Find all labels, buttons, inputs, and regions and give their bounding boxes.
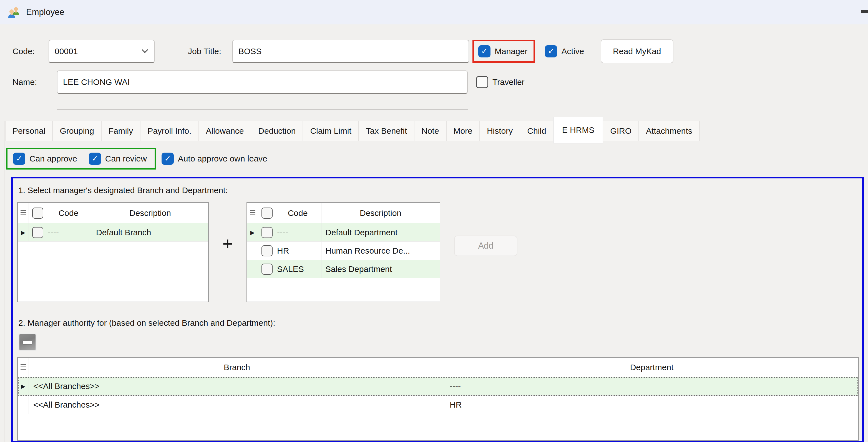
branch-code-header-cell[interactable]: ✓ Code <box>29 203 92 223</box>
active-label: Active <box>561 46 584 56</box>
authority-grid: Branch Department ▶ <<All Branches>> ---… <box>17 357 859 441</box>
tab-claim-limit[interactable]: Claim Limit <box>303 121 359 141</box>
current-row-indicator: ▶ <box>18 377 29 396</box>
branch-grid-header: ✓ Code Description <box>18 203 208 223</box>
branch-description-header[interactable]: Description <box>92 203 208 223</box>
check-icon: ✓ <box>92 155 98 163</box>
tab-child[interactable]: Child <box>520 121 554 141</box>
manager-checkbox[interactable]: ✓ <box>478 45 491 57</box>
can-approve-checkbox-group[interactable]: ✓ Can approve <box>13 153 77 165</box>
department-code-header-cell[interactable]: ✓ Code <box>258 203 321 223</box>
job-title-input[interactable] <box>232 40 469 63</box>
job-title-label: Job Title: <box>188 46 232 56</box>
department-row-checkbox[interactable]: ✓ <box>261 227 273 238</box>
can-review-label: Can review <box>105 154 147 163</box>
can-review-checkbox-group[interactable]: ✓ Can review <box>89 153 147 165</box>
department-row-checkbox[interactable]: ✓ <box>261 263 273 275</box>
code-dropdown-button[interactable] <box>136 41 154 61</box>
row-selector-header-cell[interactable] <box>18 203 29 223</box>
department-row-description: Default Department <box>321 223 440 242</box>
current-row-indicator: ▶ <box>18 223 29 242</box>
row-selector-header-cell[interactable] <box>247 203 258 223</box>
row-selector-header-cell[interactable] <box>18 358 29 377</box>
department-select-all-checkbox[interactable]: ✓ <box>261 208 273 219</box>
branch-code-header: Code <box>48 209 92 218</box>
department-grid-header: ✓ Code Description <box>247 203 440 223</box>
approval-annotation-green-box: ✓ Can approve ✓ Can review <box>6 148 156 169</box>
tab-note[interactable]: Note <box>414 121 446 141</box>
tab-family[interactable]: Family <box>101 121 141 141</box>
branch-select-all-checkbox[interactable]: ✓ <box>32 208 43 219</box>
auto-approve-checkbox[interactable]: ✓ <box>161 153 174 165</box>
tab-tax-benefit[interactable]: Tax Benefit <box>359 121 414 141</box>
auto-approve-checkbox-group[interactable]: ✓ Auto approve own leave <box>161 153 267 165</box>
manager-checkbox-group[interactable]: ✓ Manager <box>478 45 527 57</box>
manager-settings-panel-blue-box: 1. Select manager's designated Branch an… <box>11 177 864 442</box>
department-description-header[interactable]: Description <box>321 203 440 223</box>
tab-grouping[interactable]: Grouping <box>52 121 101 141</box>
current-row-arrow-icon: ▶ <box>21 230 25 235</box>
name-input[interactable] <box>57 70 468 94</box>
employee-people-icon <box>7 5 21 19</box>
branch-row-checkbox[interactable]: ✓ <box>32 227 43 238</box>
tab-personal[interactable]: Personal <box>5 121 53 141</box>
branch-grid: ✓ Code Description ▶ ✓ ---- Default Bran… <box>17 202 209 302</box>
department-grid: ✓ Code Description ▶ ✓ ---- Default Depa… <box>247 202 440 302</box>
authority-department-header[interactable]: Department <box>445 358 858 377</box>
branch-department-selection: ✓ Code Description ▶ ✓ ---- Default Bran… <box>17 202 860 302</box>
chevron-down-icon <box>142 46 148 53</box>
section2-title: 2. Manager authority for (based on selec… <box>18 318 860 328</box>
tab-e-hrms[interactable]: E HRMS <box>553 117 603 144</box>
department-grid-empty-area <box>247 278 440 302</box>
traveller-checkbox-group[interactable]: ✓ Traveller <box>476 76 525 88</box>
traveller-checkbox[interactable]: ✓ <box>476 76 488 88</box>
department-row-sales[interactable]: ✓ SALES Sales Department <box>247 260 440 278</box>
row-indicator <box>247 242 258 260</box>
authority-grid-header: Branch Department <box>18 358 858 377</box>
minimize-icon[interactable] <box>861 10 868 13</box>
form-row-name: Name: ✓ Traveller <box>12 70 868 94</box>
check-icon: ✓ <box>164 155 171 163</box>
tab-attachments[interactable]: Attachments <box>639 121 700 141</box>
add-button[interactable]: Add <box>454 235 518 256</box>
authority-row-branch: <<All Branches>> <box>29 377 445 396</box>
traveller-label: Traveller <box>492 77 525 87</box>
department-row-hr[interactable]: ✓ HR Human Resource De... <box>247 242 440 260</box>
tab-allowance[interactable]: Allowance <box>198 121 251 141</box>
authority-row-all-branches-default[interactable]: ▶ <<All Branches>> ---- <box>18 377 858 396</box>
department-row-description: Human Resource De... <box>321 242 440 260</box>
department-row-default[interactable]: ▶ ✓ ---- Default Department <box>247 223 440 242</box>
tab-giro[interactable]: GIRO <box>602 121 639 141</box>
active-checkbox-group[interactable]: ✓ Active <box>545 45 584 57</box>
tab-payroll-info[interactable]: Payroll Info. <box>140 121 199 141</box>
branch-row-code: ---- <box>48 228 59 237</box>
can-approve-checkbox[interactable]: ✓ <box>13 153 25 165</box>
department-row-code: HR <box>277 246 289 256</box>
row-indicator <box>247 260 258 278</box>
groupbox-left-edge <box>4 121 4 442</box>
current-row-arrow-icon: ▶ <box>250 230 254 235</box>
tab-deduction[interactable]: Deduction <box>251 121 303 141</box>
row-selector-icon <box>21 364 26 371</box>
tab-history[interactable]: History <box>479 121 520 141</box>
section1-title: 1. Select manager's designated Branch an… <box>18 186 860 195</box>
can-approve-label: Can approve <box>29 154 77 163</box>
read-mykad-button[interactable]: Read MyKad <box>601 39 673 63</box>
branch-grid-empty-area <box>18 242 208 302</box>
branch-row-description: Default Branch <box>92 223 208 242</box>
remove-authority-button[interactable] <box>19 334 36 350</box>
can-review-checkbox[interactable]: ✓ <box>89 153 101 165</box>
authority-row-branch: <<All Branches>> <box>29 396 445 414</box>
window-title: Employee <box>26 7 64 17</box>
form-divider <box>57 109 468 109</box>
tab-more[interactable]: More <box>446 121 480 141</box>
code-combobox[interactable] <box>49 40 155 63</box>
employee-window: Employee Code: Job Title: ✓ Manager ✓ Ac… <box>0 0 868 442</box>
active-checkbox[interactable]: ✓ <box>545 45 557 57</box>
department-row-checkbox[interactable]: ✓ <box>261 245 273 256</box>
branch-row-default[interactable]: ▶ ✓ ---- Default Branch <box>18 223 208 242</box>
authority-row-all-branches-hr[interactable]: <<All Branches>> HR <box>18 396 858 414</box>
current-row-arrow-icon: ▶ <box>21 383 25 389</box>
authority-row-department: HR <box>445 396 858 414</box>
authority-branch-header[interactable]: Branch <box>29 358 445 377</box>
